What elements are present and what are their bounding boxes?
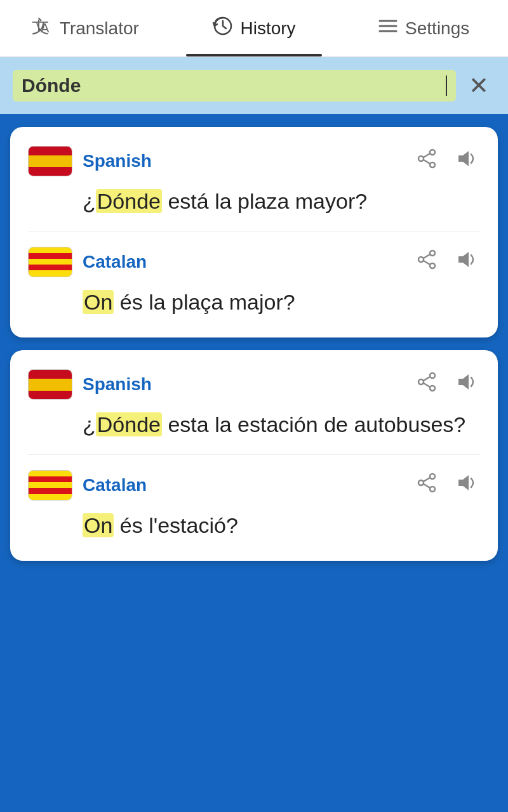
highlight-2b: On	[83, 513, 114, 537]
translation-text-spanish-1: ¿Dónde está la plaza mayor?	[83, 187, 480, 217]
svg-point-27	[430, 487, 435, 492]
tab-bar: 文 A Translator History Settings	[0, 0, 508, 57]
highlight-2a: Dónde	[96, 412, 162, 436]
lang-row-spanish-1: Spanish	[28, 145, 480, 178]
divider-2	[28, 454, 480, 455]
text-before-2a: ¿	[83, 412, 96, 436]
share-button-2b[interactable]	[414, 470, 439, 501]
result-card-1: Spanish	[10, 127, 498, 337]
content-area: Spanish	[0, 114, 508, 573]
speak-button-1a[interactable]	[452, 145, 480, 178]
lang-name-spanish-1: Spanish	[83, 151, 404, 171]
cursor	[446, 75, 447, 96]
svg-marker-30	[458, 475, 469, 490]
svg-line-17	[424, 261, 430, 265]
lang-row-catalan-1: Catalan	[28, 246, 480, 278]
svg-line-10	[424, 154, 430, 157]
lang-name-catalan-2: Catalan	[83, 475, 404, 495]
svg-point-25	[430, 474, 435, 479]
svg-line-28	[424, 478, 430, 481]
flag-spanish-1	[28, 146, 72, 176]
svg-point-19	[430, 373, 435, 378]
tab-translator[interactable]: 文 A Translator	[0, 0, 170, 56]
svg-point-7	[430, 150, 435, 155]
result-card-2: Spanish	[10, 350, 498, 561]
text-after-1b: és la plaça major?	[114, 290, 295, 314]
action-icons-2a	[414, 368, 480, 401]
share-button-1b[interactable]	[414, 247, 439, 277]
text-after-2a: esta la estación de autobuses?	[162, 412, 465, 436]
lang-row-spanish-2: Spanish	[28, 368, 480, 401]
text-after-2b: és l'estació?	[114, 513, 237, 537]
svg-line-23	[424, 383, 430, 387]
share-button-2a[interactable]	[414, 369, 439, 400]
tab-history[interactable]: History	[170, 0, 339, 56]
speak-button-2a[interactable]	[452, 368, 480, 401]
highlight-1b: On	[83, 290, 114, 314]
search-input-wrapper[interactable]	[13, 70, 456, 102]
settings-icon	[377, 15, 399, 42]
translation-text-catalan-2: On és l'estació?	[83, 511, 480, 541]
svg-point-21	[430, 386, 435, 391]
flag-catalan-2	[28, 470, 72, 501]
svg-marker-18	[458, 252, 469, 267]
search-bar: ✕	[0, 57, 508, 114]
share-button-1a[interactable]	[414, 146, 439, 176]
svg-point-13	[430, 251, 435, 256]
speak-button-1b[interactable]	[452, 246, 480, 278]
action-icons-2b	[414, 469, 480, 502]
lang-name-catalan-1: Catalan	[83, 252, 404, 272]
highlight-1a: Dónde	[96, 189, 162, 213]
translation-text-spanish-2: ¿Dónde esta la estación de autobuses?	[83, 410, 480, 440]
flag-spanish-2	[28, 369, 72, 400]
svg-line-22	[424, 377, 430, 381]
text-before-1a: ¿	[83, 189, 96, 213]
svg-marker-12	[458, 151, 469, 166]
text-after-1a: está la plaza mayor?	[162, 189, 367, 213]
tab-history-label: History	[240, 18, 295, 39]
svg-point-26	[418, 480, 424, 485]
svg-line-29	[424, 484, 430, 488]
speak-button-2b[interactable]	[452, 469, 480, 502]
lang-row-catalan-2: Catalan	[28, 469, 480, 502]
svg-line-16	[424, 254, 430, 258]
lang-name-spanish-2: Spanish	[83, 374, 404, 395]
tab-settings-label: Settings	[405, 18, 469, 39]
svg-line-11	[424, 160, 430, 164]
search-input[interactable]	[22, 75, 446, 96]
translator-icon: 文 A	[30, 15, 53, 43]
svg-point-8	[418, 156, 424, 161]
tab-translator-label: Translator	[60, 18, 139, 39]
divider-1	[28, 231, 480, 232]
action-icons-1a	[414, 145, 480, 178]
svg-point-14	[418, 257, 424, 262]
translation-text-catalan-1: On és la plaça major?	[83, 287, 480, 318]
flag-catalan-1	[28, 247, 72, 277]
clear-button[interactable]: ✕	[462, 74, 495, 98]
svg-point-15	[430, 263, 435, 268]
action-icons-1b	[414, 246, 480, 278]
svg-marker-24	[458, 374, 469, 390]
tab-settings[interactable]: Settings	[338, 0, 508, 56]
history-icon	[212, 15, 234, 42]
svg-point-20	[418, 379, 424, 384]
svg-point-9	[430, 162, 435, 167]
svg-text:A: A	[41, 21, 50, 35]
